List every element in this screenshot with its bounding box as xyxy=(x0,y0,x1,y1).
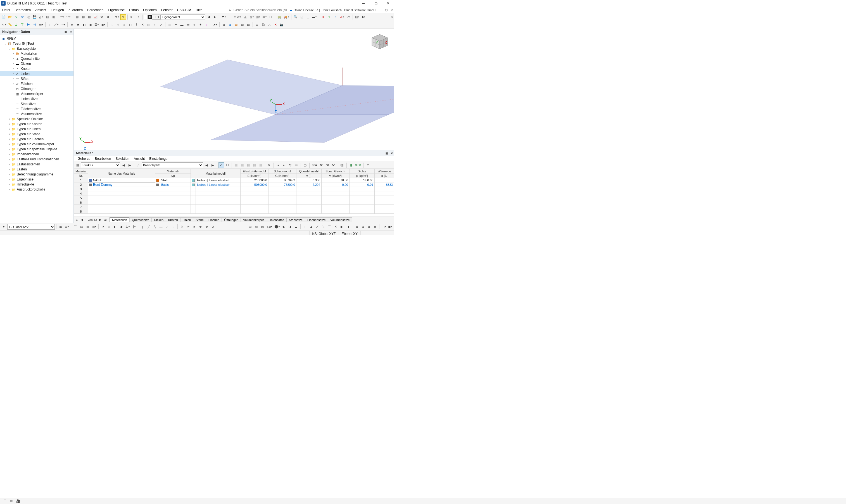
link-button[interactable]: ∞ xyxy=(254,22,260,28)
flag-button[interactable]: ⚑ xyxy=(221,14,227,20)
g4-button[interactable]: ＼ xyxy=(321,224,326,230)
cell-rho[interactable]: 7850.00 xyxy=(349,178,375,182)
f8-button[interactable]: ◒ xyxy=(293,224,299,230)
pager-last-button[interactable]: ⏭ xyxy=(103,218,107,221)
wall-button[interactable]: ▬ xyxy=(311,14,318,20)
tree-item-flächen[interactable]: › ▱ Flächen xyxy=(0,81,73,86)
table-row[interactable]: 2 Bent Dummy Basis Isotrop | Linear elas… xyxy=(74,182,394,187)
tree-item-flächensätze[interactable]: ☰ Flächensätze xyxy=(0,106,73,111)
e2-button[interactable]: ✳ xyxy=(185,224,191,230)
mark-button[interactable]: ✓ xyxy=(218,162,224,168)
cell-gamma[interactable]: 78.50 xyxy=(322,178,349,182)
caret-icon[interactable]: › xyxy=(8,183,11,186)
col-rho[interactable]: ρ [kg/m³] xyxy=(349,174,375,178)
hatch-button[interactable]: ▨ xyxy=(249,14,254,20)
panel-menu-einstellungen[interactable]: Einstellungen xyxy=(147,156,172,161)
tree-item-knoten[interactable]: › • Knoten xyxy=(0,66,73,71)
tree-group-spezielle-objekte[interactable]: › 📁 Spezielle Objekte xyxy=(0,116,73,122)
menu-hilfe[interactable]: Hilfe xyxy=(193,7,204,13)
h4-button[interactable]: ▩ xyxy=(372,224,378,230)
mirror-button[interactable]: △ xyxy=(267,22,272,28)
navigator-pin-button[interactable]: ▣ xyxy=(64,29,69,34)
b3-button[interactable]: ⿲ xyxy=(73,224,78,230)
fx-abc-button[interactable]: ab= xyxy=(311,162,318,168)
caret-icon[interactable]: › xyxy=(12,57,15,60)
navigation-cube[interactable]: -Y X xyxy=(368,32,391,51)
table2-button[interactable]: ▦ xyxy=(80,14,86,20)
t3-button[interactable]: ⊢ xyxy=(26,22,31,28)
table-row-empty[interactable]: 8 xyxy=(74,209,394,214)
export1-button[interactable]: ⇥ xyxy=(275,162,281,168)
filter1-button[interactable]: ▼ xyxy=(114,14,120,20)
caret-icon[interactable]: › xyxy=(12,83,15,85)
cell-g[interactable]: 80769.2 xyxy=(269,178,296,182)
doc1-button[interactable]: ▤ xyxy=(45,14,50,20)
r5-button[interactable]: ▤ xyxy=(258,162,264,168)
excel1-button[interactable]: ▦ xyxy=(348,162,354,168)
r2-button[interactable]: ▤ xyxy=(239,162,245,168)
col-e[interactable]: E [N/mm²] xyxy=(240,174,269,178)
menu-ansicht[interactable]: Ansicht xyxy=(33,7,48,13)
menu-datei[interactable]: Datei xyxy=(0,7,12,13)
caret-icon[interactable]: › xyxy=(8,153,11,156)
l7-button[interactable]: • xyxy=(204,22,209,28)
d6-button[interactable]: ⟍ xyxy=(170,224,176,230)
col-name[interactable]: Name des Materials xyxy=(88,169,155,178)
tree-item-öffnungen[interactable]: ◻ Öffnungen xyxy=(0,86,73,91)
box-button[interactable]: ▢ xyxy=(305,14,311,20)
h3-button[interactable]: ▦ xyxy=(366,224,372,230)
grid1-button[interactable]: ▦ xyxy=(221,22,227,28)
e4-button[interactable]: ⊕ xyxy=(198,224,203,230)
iso-button[interactable]: ◱ xyxy=(299,14,305,20)
caret-icon[interactable]: › xyxy=(12,62,15,65)
l6-button[interactable]: ✦ xyxy=(198,22,203,28)
h1-button[interactable]: ⊞ xyxy=(354,224,359,230)
tab-materialien[interactable]: Materialien xyxy=(109,217,130,222)
caret-icon[interactable]: › xyxy=(12,67,15,70)
zoom-fit-button[interactable]: 🔍 xyxy=(293,14,299,20)
align-left-button[interactable]: ⇤ xyxy=(129,14,135,20)
cloud-open-button[interactable]: ↻ xyxy=(13,14,19,20)
surf4-button[interactable]: ◨ xyxy=(87,22,93,28)
tree-group-typen-für-spezielle-objekte[interactable]: › 📁 Typen für spezielle Objekte xyxy=(0,147,73,152)
cell-rho[interactable]: 0.01 xyxy=(349,182,375,187)
copy2-button[interactable]: ⿻ xyxy=(260,22,266,28)
mdi-close-button[interactable]: ✕ xyxy=(390,8,394,12)
tab-volumensätze[interactable]: Volumensätze xyxy=(328,217,352,222)
l2-button[interactable]: ━ xyxy=(173,22,179,28)
cell-name[interactable]: Bent Dummy xyxy=(88,182,155,187)
tree-item-volumensätze[interactable]: ☰ Volumensätze xyxy=(0,111,73,116)
g6-button[interactable]: ✕ xyxy=(333,224,338,230)
refresh-button[interactable]: ⟳ xyxy=(20,14,25,20)
tree-item-liniensätze[interactable]: ☰ Liniensätze xyxy=(0,96,73,102)
caret-icon[interactable]: › xyxy=(8,123,11,125)
t4-button[interactable]: ⊣ xyxy=(32,22,37,28)
col-g-group[interactable]: Schubmodul xyxy=(269,169,296,174)
table-row-empty[interactable]: 5 xyxy=(74,196,394,200)
tab-volumenkörper[interactable]: Volumenkörper xyxy=(240,217,266,222)
mdi-restore-button[interactable]: ▢ xyxy=(384,8,388,12)
col-nu[interactable]: ν [-] xyxy=(296,174,322,178)
table1-button[interactable]: ▦ xyxy=(74,14,80,20)
tab-knoten[interactable]: Knoten xyxy=(166,217,180,222)
caret-icon[interactable]: › xyxy=(12,72,15,75)
tree-group-berechnungsdiagramme[interactable]: › 📁 Berechnungsdiagramme xyxy=(0,172,73,177)
diagram-button[interactable]: 📈 xyxy=(93,14,98,20)
col-gamma[interactable]: γ [kN/m³] xyxy=(322,174,349,178)
cell-nu[interactable]: 0.300 xyxy=(296,178,322,182)
panel-menu-bearbeiten[interactable]: Bearbeiten xyxy=(92,156,113,161)
solid-button[interactable]: ◨ xyxy=(100,22,106,28)
tab-flächen[interactable]: Flächen xyxy=(206,217,222,222)
member-button[interactable]: 〰 xyxy=(60,22,66,28)
prev-lc-button[interactable]: ◀ xyxy=(206,14,212,20)
table-row[interactable]: 1 S355H Stahl Isotrop | Linear elastisch… xyxy=(74,178,394,182)
cell-e[interactable]: 210000.0 xyxy=(240,178,269,182)
tree-group-typen-für-knoten[interactable]: › 📁 Typen für Knoten xyxy=(0,122,73,127)
table-row-empty[interactable]: 4 xyxy=(74,191,394,196)
cell-nr[interactable]: 2 xyxy=(74,182,88,187)
menu-zuordnen[interactable]: Zuordnen xyxy=(66,7,85,13)
menu-bearbeiten[interactable]: Bearbeiten xyxy=(12,7,33,13)
window-button[interactable]: ▢ xyxy=(302,162,308,168)
caret-icon[interactable]: › xyxy=(8,163,11,166)
r4-button[interactable]: ▤ xyxy=(252,162,257,168)
